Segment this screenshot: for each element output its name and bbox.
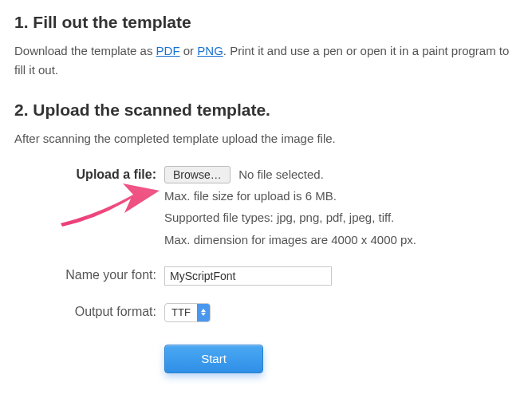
font-name-label: Name your font:: [46, 266, 164, 282]
file-size-hint: Max. file size for upload is 6 MB.: [164, 187, 518, 205]
start-button[interactable]: Start: [164, 345, 263, 373]
file-types-hint: Supported file types: jpg, png, pdf, jpe…: [164, 208, 518, 227]
step2-intro: After scanning the completed template up…: [14, 129, 518, 148]
pdf-link[interactable]: PDF: [156, 44, 180, 57]
step1-intro-or: or: [180, 44, 198, 57]
font-name-input[interactable]: [164, 266, 332, 286]
output-format-value: TTF: [165, 306, 197, 318]
output-format-label: Output format:: [46, 303, 164, 319]
upload-file-label: Upload a file:: [46, 166, 164, 182]
step1-heading: 1. Fill out the template: [14, 13, 518, 32]
step1-intro-pre: Download the template as: [14, 44, 156, 57]
browse-button[interactable]: Browse…: [164, 166, 231, 183]
select-arrows-icon: [197, 304, 210, 321]
png-link[interactable]: PNG: [197, 44, 223, 57]
step2-heading: 2. Upload the scanned template.: [14, 101, 518, 120]
step1-intro: Download the template as PDF or PNG. Pri…: [14, 41, 518, 80]
output-format-select[interactable]: TTF: [164, 303, 211, 322]
no-file-text: No file selected.: [238, 168, 324, 181]
file-dimension-hint: Max. dimension for images are 4000 x 400…: [164, 231, 518, 249]
